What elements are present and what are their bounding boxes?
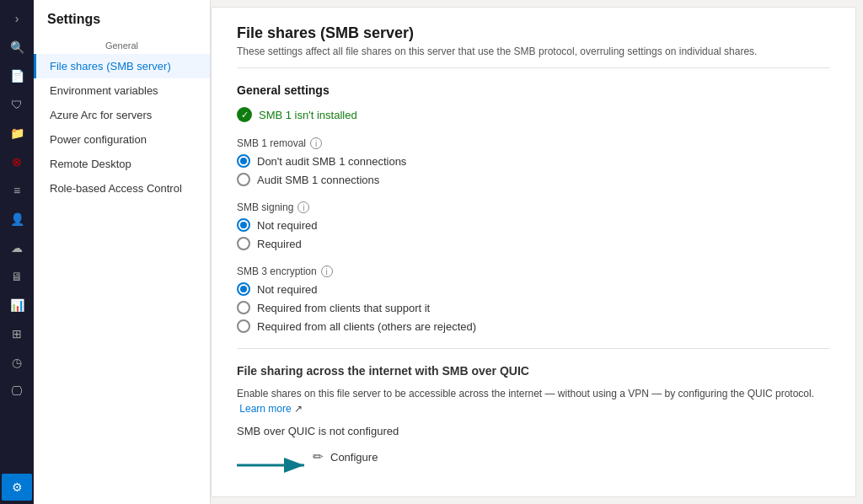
smb-signing-radio-1[interactable]	[237, 237, 250, 250]
smb3-encryption-label-0: Not required	[257, 283, 318, 296]
learn-more-link[interactable]: Learn more	[239, 403, 291, 415]
smb-signing-option-1[interactable]: Required	[237, 237, 830, 250]
sidebar-group-label: General	[34, 35, 210, 54]
smb1-removal-radio-1[interactable]	[237, 173, 250, 186]
section-divider	[237, 348, 830, 349]
smb1-removal-option-1[interactable]: Audit SMB 1 connections	[237, 173, 830, 186]
general-settings-label: General settings	[237, 83, 830, 97]
smb-signing-group: SMB signing i Not required Required	[237, 201, 830, 250]
sidebar: Settings General File shares (SMB server…	[34, 0, 211, 504]
smb1-removal-radio-0[interactable]	[237, 154, 250, 168]
smb3-encryption-radio-1[interactable]	[237, 301, 250, 314]
configure-arrow-indicator	[237, 453, 313, 477]
quic-section-title: File sharing across the internet with SM…	[237, 364, 830, 378]
configure-row[interactable]: ✏ Configure	[313, 449, 378, 464]
smb1-removal-group: SMB 1 removal i Don't audit SMB 1 connec…	[237, 137, 830, 186]
smb1-status-icon: ✓	[237, 107, 252, 122]
smb1-status-text: SMB 1 isn't installed	[259, 109, 357, 121]
smb-signing-option-0[interactable]: Not required	[237, 218, 830, 232]
smb3-encryption-option-0[interactable]: Not required	[237, 282, 830, 296]
sidebar-item-azure-arc[interactable]: Azure Arc for servers	[34, 103, 210, 127]
smb3-encryption-label-2: Required from all clients (others are re…	[257, 320, 476, 333]
smb-signing-label: SMB signing i	[237, 201, 830, 213]
chart-icon[interactable]: 📊	[2, 292, 32, 319]
page-subtitle: These settings affect all file shares on…	[237, 46, 830, 68]
icon-bar: › 🔍 📄 🛡 📁 ⊗ ≡ 👤 ☁ 🖥 📊 ⊞ ◷ 🖵 ⚙	[0, 0, 34, 504]
configure-section: ✏ Configure	[237, 449, 830, 481]
smb-signing-info-icon[interactable]: i	[297, 201, 309, 213]
pencil-icon: ✏	[313, 449, 324, 464]
sidebar-item-environment-variables[interactable]: Environment variables	[34, 78, 210, 103]
smb-signing-radio-0[interactable]	[237, 218, 250, 232]
folder-icon[interactable]: 📁	[2, 120, 32, 147]
smb-signing-label-1: Required	[257, 238, 302, 250]
people-icon[interactable]: 👤	[2, 206, 32, 233]
smb-signing-label-0: Not required	[257, 219, 318, 232]
shield-icon[interactable]: 🛡	[2, 91, 32, 118]
smb3-encryption-label-1: Required from clients that support it	[257, 302, 430, 314]
smb3-encryption-radio-0[interactable]	[237, 282, 250, 296]
menu-icon[interactable]: ≡	[2, 177, 32, 204]
settings-icon[interactable]: ⚙	[2, 474, 32, 501]
smb3-encryption-label: SMB 3 encryption i	[237, 265, 830, 277]
file-icon[interactable]: 📄	[2, 62, 32, 89]
sidebar-item-file-shares[interactable]: File shares (SMB server)	[34, 54, 210, 78]
sidebar-item-remote-desktop[interactable]: Remote Desktop	[34, 152, 210, 176]
smb1-removal-label-1: Audit SMB 1 connections	[257, 174, 379, 186]
smb1-removal-label-0: Don't audit SMB 1 connections	[257, 155, 406, 168]
quic-status: SMB over QUIC is not configured	[237, 425, 830, 437]
grid-icon[interactable]: ⊞	[2, 320, 32, 347]
smb3-encryption-info-icon[interactable]: i	[321, 265, 333, 277]
smb1-removal-info-icon[interactable]: i	[310, 137, 322, 149]
chevron-right-icon[interactable]: ›	[2, 5, 32, 32]
smb1-status-row: ✓ SMB 1 isn't installed	[237, 107, 830, 122]
smb3-encryption-option-1[interactable]: Required from clients that support it	[237, 301, 830, 314]
monitor-icon[interactable]: 🖵	[2, 378, 32, 405]
smb3-encryption-radio-2[interactable]	[237, 319, 250, 333]
page-title: File shares (SMB server)	[237, 24, 830, 42]
sidebar-item-rbac[interactable]: Role-based Access Control	[34, 176, 210, 201]
smb1-removal-option-0[interactable]: Don't audit SMB 1 connections	[237, 154, 830, 168]
main-content: File shares (SMB server) These settings …	[211, 7, 856, 497]
remote-icon[interactable]: 🖥	[2, 263, 32, 290]
cloud-icon[interactable]: ☁	[2, 234, 32, 261]
quic-description: Enable shares on this file server to be …	[237, 386, 830, 416]
configure-label[interactable]: Configure	[330, 451, 378, 464]
sidebar-item-power-configuration[interactable]: Power configuration	[34, 127, 210, 152]
search-icon[interactable]: 🔍	[2, 34, 32, 61]
smb1-removal-label: SMB 1 removal i	[237, 137, 830, 149]
sidebar-title: Settings	[34, 0, 210, 35]
smb3-encryption-option-2[interactable]: Required from all clients (others are re…	[237, 319, 830, 333]
clock-icon[interactable]: ◷	[2, 349, 32, 376]
smb3-encryption-group: SMB 3 encryption i Not required Required…	[237, 265, 830, 333]
alert-icon[interactable]: ⊗	[2, 148, 32, 175]
